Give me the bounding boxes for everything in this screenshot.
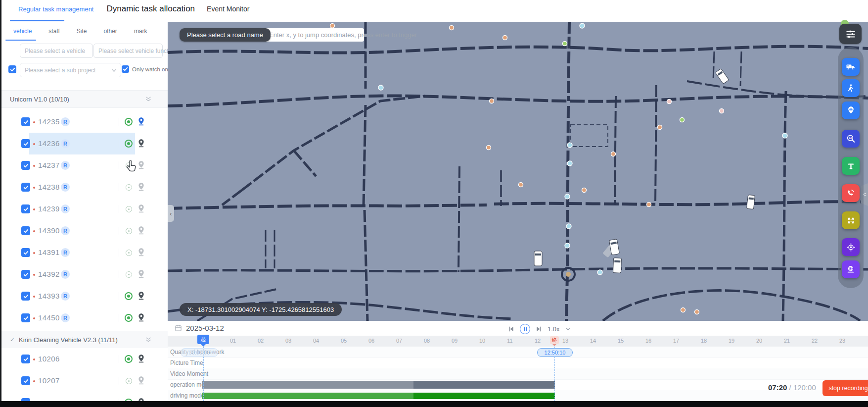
collapse-chevrons-icon[interactable] bbox=[145, 96, 152, 104]
tab-staff[interactable]: staff bbox=[48, 28, 59, 35]
end-marker[interactable]: 终 bbox=[550, 336, 559, 344]
pedestrian-layer-button[interactable] bbox=[842, 79, 860, 97]
vehicle-group-header[interactable]: ✓Kirin Cleaning Vehicle V2.3 (11/11) bbox=[1, 331, 168, 349]
fullscreen-button[interactable] bbox=[842, 211, 860, 229]
location-pin-icon[interactable] bbox=[137, 248, 146, 257]
location-pin-icon[interactable] bbox=[137, 398, 146, 401]
vehicle-checkbox[interactable] bbox=[21, 183, 30, 192]
location-pin-icon[interactable] bbox=[137, 354, 146, 364]
vehicle-select[interactable]: Please select a vehicle bbox=[20, 44, 93, 58]
vehicle-checkbox[interactable] bbox=[21, 248, 30, 257]
follow-toggle-icon[interactable] bbox=[126, 250, 132, 256]
top-nav-event-monitor[interactable]: Event Monitor bbox=[207, 5, 249, 13]
vehicle-status-dot bbox=[33, 208, 35, 210]
location-pin-icon[interactable] bbox=[137, 204, 146, 214]
timeline-date[interactable]: 2025-03-12 bbox=[175, 324, 224, 332]
vehicle-row[interactable]: 14238R bbox=[1, 176, 168, 199]
tab-vehicle[interactable]: vehicle bbox=[13, 28, 32, 35]
location-pin-icon[interactable] bbox=[137, 269, 146, 279]
follow-toggle-icon[interactable] bbox=[125, 140, 133, 148]
vehicle-id: 14235 bbox=[38, 117, 60, 126]
follow-toggle-icon[interactable] bbox=[126, 206, 132, 212]
tab-site[interactable]: Site bbox=[77, 28, 87, 35]
vehicle-layer-button[interactable] bbox=[842, 58, 860, 76]
vehicle-row[interactable]: 14235R bbox=[1, 111, 168, 133]
follow-toggle-icon[interactable] bbox=[125, 355, 133, 363]
vehicle-group-header[interactable]: Unicorn V1.0 (10/10) bbox=[1, 90, 168, 108]
location-pin-icon[interactable] bbox=[137, 160, 146, 170]
location-pin-icon[interactable] bbox=[137, 313, 146, 323]
location-pin-icon[interactable] bbox=[137, 226, 146, 236]
top-nav-regular-task-management[interactable]: Regular task management bbox=[18, 5, 93, 13]
vehicle-row[interactable]: 14236R bbox=[1, 133, 168, 155]
stop-recording-button[interactable]: stop recording bbox=[822, 380, 868, 396]
top-nav-dynamic-task-allocation[interactable]: Dynamic task allocation bbox=[106, 4, 195, 14]
sidebar-collapse-handle[interactable]: ‹ bbox=[168, 205, 174, 222]
vehicle-checkbox[interactable] bbox=[21, 376, 30, 385]
follow-toggle-icon[interactable] bbox=[125, 292, 133, 300]
tab-other[interactable]: other bbox=[104, 28, 117, 35]
vehicle-checkbox[interactable] bbox=[21, 226, 30, 235]
vehicle-checkbox[interactable] bbox=[21, 313, 30, 322]
follow-toggle-icon[interactable] bbox=[126, 378, 132, 384]
vehicle-location-button[interactable] bbox=[842, 102, 860, 119]
vehicle-checkbox[interactable] bbox=[21, 139, 30, 148]
vehicle-checkbox[interactable] bbox=[21, 270, 30, 279]
vehicle-row[interactable]: 14237R bbox=[1, 154, 168, 177]
location-pin-icon[interactable] bbox=[137, 182, 146, 192]
follow-toggle-icon[interactable] bbox=[126, 228, 132, 234]
select-all-checkbox[interactable] bbox=[8, 65, 16, 73]
tab-mark[interactable]: mark bbox=[134, 28, 147, 35]
pause-button[interactable] bbox=[520, 324, 530, 334]
vehicle-row[interactable]: 14391R bbox=[1, 242, 168, 264]
vehicle-row[interactable]: 14390R bbox=[1, 220, 168, 242]
vehicle-checkbox[interactable] bbox=[21, 355, 30, 363]
vehicle-status-dot bbox=[33, 317, 35, 319]
chevron-down-icon[interactable] bbox=[565, 326, 571, 332]
timeline-row-driving-mode[interactable]: driving mode bbox=[168, 390, 868, 402]
vehicle-row[interactable]: 14392R bbox=[1, 263, 168, 286]
step-back-button[interactable] bbox=[508, 326, 514, 332]
text-label-button[interactable] bbox=[842, 157, 860, 175]
locate-icon bbox=[846, 243, 856, 252]
follow-toggle-icon[interactable] bbox=[125, 314, 133, 322]
map-canvas[interactable] bbox=[168, 22, 868, 321]
location-pin-icon[interactable] bbox=[137, 376, 146, 386]
vehicle-function-select[interactable]: Please select vehicle function bbox=[93, 44, 163, 58]
vehicle-row[interactable]: 14450R bbox=[1, 307, 168, 329]
vehicle-row[interactable]: 10206 bbox=[1, 348, 168, 370]
vehicle-row[interactable]: 10207 bbox=[1, 370, 168, 392]
location-pin-icon[interactable] bbox=[137, 117, 146, 127]
map-filter-settings-button[interactable] bbox=[839, 24, 862, 44]
collapse-chevrons-icon[interactable] bbox=[145, 336, 152, 345]
vehicle-row[interactable] bbox=[1, 392, 168, 401]
timeline-row-operation-mode[interactable]: operation mode bbox=[168, 379, 868, 391]
network-button[interactable] bbox=[842, 260, 860, 278]
start-marker[interactable]: 起 bbox=[197, 335, 209, 344]
vehicle-checkbox[interactable] bbox=[21, 292, 30, 301]
vehicle-checkbox[interactable] bbox=[21, 161, 30, 170]
follow-toggle-icon[interactable] bbox=[126, 271, 132, 278]
follow-toggle-icon[interactable] bbox=[126, 184, 132, 191]
vehicle-row[interactable]: 14239R bbox=[1, 198, 168, 220]
ai-search-button[interactable]: AI bbox=[842, 130, 860, 148]
location-pin-icon[interactable] bbox=[137, 139, 146, 149]
vehicle-checkbox[interactable] bbox=[21, 204, 30, 213]
location-pin-icon[interactable] bbox=[137, 291, 146, 301]
subproject-select[interactable]: Please select a sub project bbox=[20, 63, 121, 77]
timeline-hour-ruler[interactable]: 0001020304050607080910111213141516171819… bbox=[168, 336, 868, 347]
timeline-row-video-moment[interactable]: Video Moment bbox=[168, 368, 868, 380]
timeline-row-quality-of-homework[interactable]: Quality of homework bbox=[168, 347, 868, 358]
timeline-row-picture-time[interactable]: Picture Time bbox=[168, 357, 868, 369]
locate-button[interactable] bbox=[842, 238, 860, 256]
coordinate-jump-input[interactable]: Enter x, y to jump coordinates, press en… bbox=[264, 28, 364, 42]
road-name-select[interactable]: Please select a road name bbox=[180, 28, 271, 42]
vehicle-checkbox[interactable] bbox=[21, 117, 30, 126]
vehicle-row[interactable]: 14393R bbox=[1, 285, 168, 307]
only-watch-online-checkbox[interactable] bbox=[122, 65, 129, 73]
step-forward-button[interactable] bbox=[536, 326, 542, 332]
truck-icon bbox=[846, 62, 856, 72]
call-button[interactable] bbox=[842, 184, 860, 202]
playback-speed[interactable]: 1.0x bbox=[548, 325, 560, 333]
follow-toggle-icon[interactable] bbox=[125, 118, 133, 126]
